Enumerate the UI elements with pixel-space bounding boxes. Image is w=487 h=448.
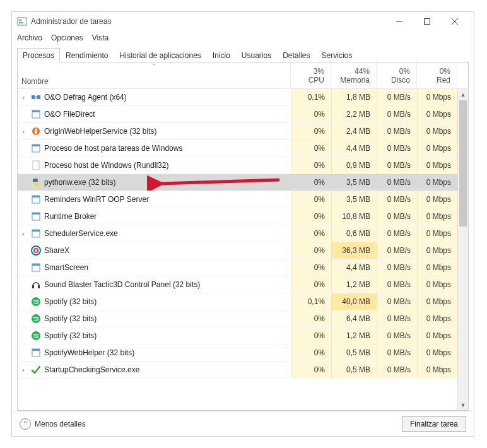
disk-cell: 0 MB/s (377, 362, 417, 378)
memory-cell: 2,2 MB (331, 106, 377, 122)
process-icon (31, 228, 41, 239)
process-list-panel: ⌃ Nombre 3% CPU 44% Memoria 0% Disco 0% … (17, 62, 469, 411)
scroll-up-button[interactable]: ▲ (458, 89, 468, 100)
disk-cell: 0 MB/s (377, 345, 417, 361)
scroll-thumb[interactable] (459, 100, 467, 227)
network-cell: 0 Mbps (417, 259, 457, 276)
process-icon (31, 177, 41, 187)
tab-rendimiento[interactable]: Rendimiento (60, 48, 114, 62)
menu-archivo[interactable]: Archivo (17, 33, 42, 42)
network-cell: 0 Mbps (417, 208, 457, 225)
svg-rect-0 (18, 18, 26, 25)
process-icon (31, 348, 41, 358)
tab-detalles[interactable]: Detalles (277, 48, 315, 62)
header-name[interactable]: ⌃ Nombre (18, 62, 291, 88)
process-name-label: Spotify (32 bits) (44, 331, 97, 340)
header-red[interactable]: 0% Red (417, 62, 457, 88)
maximize-button[interactable] (413, 13, 441, 30)
process-name-cell: ›SchedulerService.exe (18, 228, 291, 239)
fewer-details-button[interactable]: ⌃ Menos detalles (20, 418, 86, 430)
process-icon (31, 109, 41, 119)
tab-strip: Procesos Rendimiento Historial de aplica… (17, 47, 469, 62)
close-button[interactable] (441, 13, 469, 30)
scroll-down-button[interactable]: ▼ (458, 399, 468, 410)
process-row[interactable]: SpotifyWebHelper (32 bits)0%0,5 MB0 MB/s… (18, 345, 468, 362)
process-row[interactable]: ShareX0%36,3 MB0 MB/s0 Mbps (18, 242, 468, 259)
end-task-button[interactable]: Finalizar tarea (402, 416, 466, 432)
tab-procesos[interactable]: Procesos (17, 48, 60, 62)
svg-rect-27 (38, 285, 40, 288)
tab-historial[interactable]: Historial de aplicaciones (114, 48, 206, 62)
process-row[interactable]: ›StartupCheckingService.exe0%0,5 MB0 MB/… (18, 362, 468, 379)
svg-rect-19 (32, 213, 40, 215)
process-row[interactable]: ›SchedulerService.exe0%0,6 MB0 MB/s0 Mbp… (18, 225, 468, 242)
process-name-cell: ›StartupCheckingService.exe (18, 365, 291, 375)
process-row[interactable]: Reminders WinRT OOP Server0%3,5 MB0 MB/s… (18, 191, 468, 208)
process-icon (31, 160, 41, 170)
process-name-label: O&O FileDirect (44, 110, 95, 119)
titlebar: Administrador de tareas (12, 12, 474, 31)
window-title: Administrador de tareas (31, 17, 385, 26)
expand-icon[interactable]: › (19, 127, 28, 135)
tab-usuarios[interactable]: Usuarios (236, 48, 277, 62)
process-name-label: OriginWebHelperService (32 bits) (44, 127, 157, 136)
process-name-label: Proceso host de Windows (Rundll32) (44, 161, 168, 170)
network-cell: 0 Mbps (417, 310, 457, 327)
expand-icon[interactable]: › (19, 366, 28, 374)
vertical-scrollbar[interactable]: ▲ ▼ (457, 89, 468, 410)
process-icon (31, 297, 41, 307)
expand-icon[interactable]: › (19, 93, 28, 101)
tab-inicio[interactable]: Inicio (207, 48, 236, 62)
process-row[interactable]: Spotify (32 bits)0%6,4 MB0 MB/s0 Mbps (18, 310, 468, 327)
process-name-label: O&O Defrag Agent (x64) (44, 93, 127, 102)
process-name-label: StartupCheckingService.exe (44, 365, 139, 374)
svg-rect-4 (425, 19, 430, 25)
process-icon (31, 92, 41, 102)
process-row[interactable]: ›OriginWebHelperService (32 bits)0%2,4 M… (18, 123, 468, 140)
process-name-label: Reminders WinRT OOP Server (44, 195, 149, 204)
disk-cell: 0 MB/s (377, 157, 417, 174)
svg-point-22 (32, 246, 40, 255)
process-row[interactable]: Proceso de host para tareas de Windows0%… (18, 140, 468, 157)
minimize-button[interactable] (385, 13, 413, 30)
cpu-cell: 0% (291, 242, 331, 259)
process-name-label: Sound Blaster Tactic3D Control Panel (32… (44, 280, 200, 289)
process-row[interactable]: ›O&O Defrag Agent (x64)0,1%1,8 MB0 MB/s0… (18, 89, 468, 106)
header-cpu[interactable]: 3% CPU (291, 62, 331, 88)
process-name-cell: Spotify (32 bits) (18, 314, 291, 324)
header-disco[interactable]: 0% Disco (377, 62, 417, 88)
memory-cell: 0,5 MB (331, 362, 377, 378)
process-row[interactable]: pythonw.exe (32 bits)0%3,5 MB0 MB/s0 Mbp… (18, 174, 468, 191)
memory-cell: 4,4 MB (331, 140, 377, 156)
process-row[interactable]: Spotify (32 bits)0,1%40,0 MB0 MB/s0 Mbps (18, 293, 468, 310)
process-rows: ›O&O Defrag Agent (x64)0,1%1,8 MB0 MB/s0… (18, 89, 468, 410)
disk-cell: 0 MB/s (377, 191, 417, 208)
tab-servicios[interactable]: Servicios (316, 48, 358, 62)
network-cell: 0 Mbps (417, 242, 457, 259)
process-icon (31, 126, 41, 136)
process-row[interactable]: SmartScreen0%4,4 MB0 MB/s0 Mbps (18, 259, 468, 276)
disk-cell: 0 MB/s (377, 327, 417, 344)
menu-vista[interactable]: Vista (92, 33, 109, 42)
process-name-cell: ShareX (18, 245, 291, 256)
process-name-cell: Proceso de host para tareas de Windows (18, 143, 291, 153)
process-row[interactable]: O&O FileDirect0%2,2 MB0 MB/s0 Mbps (18, 106, 468, 123)
process-icon (31, 262, 41, 273)
process-row[interactable]: Sound Blaster Tactic3D Control Panel (32… (18, 276, 468, 293)
svg-rect-17 (32, 196, 40, 197)
cpu-cell: 0% (291, 140, 331, 156)
disk-cell: 0 MB/s (377, 242, 417, 259)
memory-cell: 3,5 MB (331, 174, 377, 191)
menu-opciones[interactable]: Opciones (51, 33, 83, 42)
svg-rect-11 (32, 110, 40, 112)
memory-cell: 10,8 MB (331, 208, 377, 225)
process-row[interactable]: Spotify (32 bits)0%1,2 MB0 MB/s0 Mbps (18, 327, 468, 345)
process-row[interactable]: Proceso host de Windows (Rundll32)0%0,9 … (18, 157, 468, 174)
expand-icon[interactable]: › (19, 230, 28, 237)
cpu-cell: 0% (291, 157, 331, 174)
svg-rect-7 (32, 95, 35, 99)
process-name-cell: Runtime Broker (18, 211, 291, 221)
header-memoria[interactable]: 44% Memoria (331, 62, 377, 88)
process-row[interactable]: Runtime Broker0%10,8 MB0 MB/s0 Mbps (18, 208, 468, 225)
process-name-label: SmartScreen (44, 263, 88, 272)
